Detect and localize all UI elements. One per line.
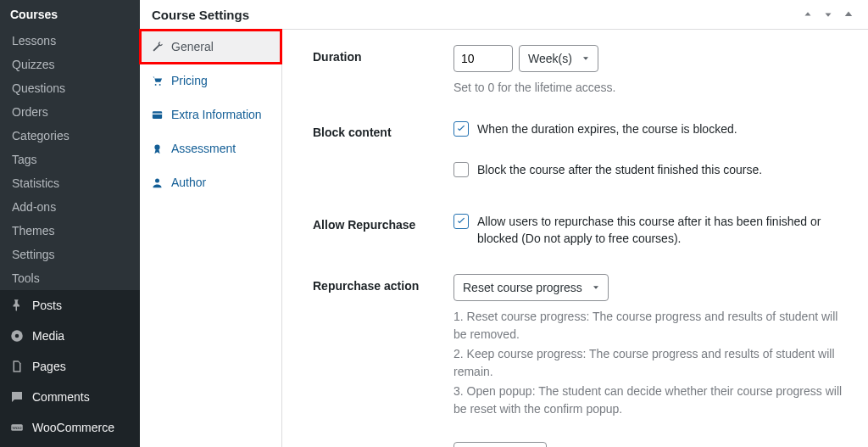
svg-point-5 bbox=[154, 83, 156, 85]
panel-toggle-button[interactable] bbox=[841, 7, 856, 22]
tab-author[interactable]: Author bbox=[140, 165, 281, 199]
tab-general[interactable]: General bbox=[140, 30, 281, 64]
tab-pricing[interactable]: Pricing bbox=[140, 64, 281, 98]
tab-label: Extra Information bbox=[171, 108, 262, 121]
sidebar-item-tools[interactable]: Tools bbox=[0, 266, 140, 290]
sidebar-item-label: Media bbox=[32, 329, 64, 343]
sidebar-courses-label[interactable]: Courses bbox=[0, 0, 140, 29]
user-icon bbox=[150, 176, 164, 189]
panel-controls bbox=[800, 7, 856, 22]
sidebar-item-lessons[interactable]: Lessons bbox=[0, 29, 140, 53]
sidebar-item-label: Posts bbox=[32, 299, 62, 312]
field-label: Level bbox=[313, 442, 453, 447]
select-value: Reset course progress bbox=[463, 281, 582, 294]
field-label: Duration bbox=[313, 45, 453, 64]
tab-label: General bbox=[171, 40, 214, 53]
field-repurchase-action: Repurchase action Reset course progress … bbox=[313, 274, 846, 418]
field-label: Block content bbox=[313, 120, 453, 139]
field-duration: Duration Week(s) Set to 0 for the lifeti… bbox=[313, 45, 846, 97]
woocommerce-icon: woo bbox=[8, 419, 25, 436]
sidebar-item-label: Pages bbox=[32, 360, 66, 373]
pages-icon bbox=[8, 358, 25, 375]
allow-repurchase-checkbox[interactable] bbox=[453, 214, 469, 229]
svg-text:woo: woo bbox=[11, 425, 22, 430]
media-icon bbox=[8, 327, 25, 344]
duration-unit-select[interactable]: Week(s) bbox=[519, 45, 598, 72]
course-settings-panel: Course Settings General Pricing Extra In… bbox=[140, 0, 868, 447]
sidebar-courses-group: Courses Lessons Quizzes Questions Orders… bbox=[0, 0, 140, 290]
repurchase-help-3: 3. Open popup: The student can decide wh… bbox=[453, 383, 846, 418]
award-icon bbox=[150, 142, 164, 155]
field-level: Level Beginner Choose a difficulty level… bbox=[313, 442, 846, 447]
svg-point-10 bbox=[155, 178, 159, 182]
checkbox-label: When the duration expires, the course is… bbox=[477, 120, 737, 137]
sidebar-item-addons[interactable]: Add-ons bbox=[0, 195, 140, 219]
checkbox-label: Block the course after the student finis… bbox=[477, 161, 762, 178]
repurchase-help-1: 1. Reset course progress: The course pro… bbox=[453, 308, 846, 344]
field-label: Allow Repurchase bbox=[313, 213, 453, 232]
sidebar-item-quizzes[interactable]: Quizzes bbox=[0, 53, 140, 76]
tab-label: Assessment bbox=[171, 142, 236, 155]
panel-title: Course Settings bbox=[152, 8, 249, 22]
duration-help: Set to 0 for the lifetime access. bbox=[453, 79, 846, 97]
card-icon bbox=[150, 108, 164, 121]
sidebar-item-woocommerce[interactable]: woo WooCommerce bbox=[0, 412, 140, 443]
sidebar-item-products[interactable]: Products bbox=[0, 443, 140, 447]
chevron-down-icon bbox=[591, 282, 601, 293]
sidebar-item-media[interactable]: Media bbox=[0, 321, 140, 351]
tab-assessment[interactable]: Assessment bbox=[140, 131, 281, 165]
tab-label: Pricing bbox=[171, 74, 208, 87]
settings-tabs: General Pricing Extra Information Assess… bbox=[140, 30, 282, 447]
sidebar-item-themes[interactable]: Themes bbox=[0, 219, 140, 243]
panel-body: General Pricing Extra Information Assess… bbox=[140, 30, 868, 447]
sidebar-item-comments[interactable]: Comments bbox=[0, 382, 140, 412]
sidebar-item-questions[interactable]: Questions bbox=[0, 76, 140, 100]
panel-header: Course Settings bbox=[140, 0, 868, 30]
chevron-down-icon bbox=[581, 53, 591, 64]
wp-admin-sidebar: Courses Lessons Quizzes Questions Orders… bbox=[0, 0, 140, 447]
svg-rect-7 bbox=[152, 111, 161, 119]
checkbox-label: Allow users to repurchase this course af… bbox=[477, 213, 846, 248]
sidebar-item-label: Comments bbox=[32, 390, 90, 404]
repurchase-help-2: 2. Keep course progress: The course prog… bbox=[453, 345, 846, 381]
level-select[interactable]: Beginner bbox=[453, 442, 547, 447]
duration-input[interactable] bbox=[453, 45, 513, 72]
sidebar-item-posts[interactable]: Posts bbox=[0, 290, 140, 321]
comments-icon bbox=[8, 388, 25, 405]
field-label: Repurchase action bbox=[313, 274, 453, 293]
sidebar-item-tags[interactable]: Tags bbox=[0, 148, 140, 171]
repurchase-action-select[interactable]: Reset course progress bbox=[453, 274, 609, 301]
sidebar-item-pages[interactable]: Pages bbox=[0, 351, 140, 382]
sidebar-item-categories[interactable]: Categories bbox=[0, 124, 140, 148]
field-block-content: Block content When the duration expires,… bbox=[313, 120, 846, 189]
panel-up-button[interactable] bbox=[800, 7, 815, 22]
pin-icon bbox=[8, 297, 25, 314]
svg-rect-8 bbox=[152, 113, 161, 114]
cart-icon bbox=[150, 74, 164, 87]
svg-point-6 bbox=[159, 83, 160, 85]
block-expire-checkbox[interactable] bbox=[453, 121, 469, 137]
tab-label: Author bbox=[171, 176, 206, 189]
settings-content: Duration Week(s) Set to 0 for the lifeti… bbox=[282, 30, 868, 447]
panel-down-button[interactable] bbox=[821, 7, 836, 22]
block-finished-checkbox[interactable] bbox=[453, 162, 469, 177]
svg-point-9 bbox=[154, 144, 159, 149]
field-allow-repurchase: Allow Repurchase Allow users to repurcha… bbox=[313, 213, 846, 258]
sidebar-item-orders[interactable]: Orders bbox=[0, 100, 140, 124]
sidebar-item-statistics[interactable]: Statistics bbox=[0, 171, 140, 195]
tab-extra-information[interactable]: Extra Information bbox=[140, 98, 281, 131]
sidebar-item-settings[interactable]: Settings bbox=[0, 243, 140, 266]
svg-point-1 bbox=[15, 334, 19, 338]
sidebar-item-label: WooCommerce bbox=[32, 421, 114, 434]
select-value: Week(s) bbox=[528, 52, 572, 65]
wrench-icon bbox=[150, 40, 164, 53]
